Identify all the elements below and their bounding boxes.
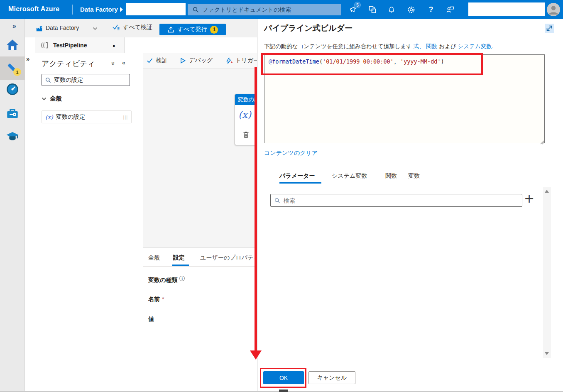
prop-tab-user-properties[interactable]: ユーザーのプロパティ — [200, 254, 257, 262]
info-icon[interactable]: i — [179, 276, 185, 281]
tab-bar-underline — [125, 53, 257, 53]
topbar-divider — [72, 5, 73, 15]
settings-gear-icon[interactable] — [406, 5, 416, 14]
expression-paren-close: ) — [441, 58, 444, 65]
tab-testpipeline[interactable]: TestPipeline ● — [35, 37, 125, 53]
activities-search-box[interactable] — [42, 74, 130, 86]
and-text: および — [439, 43, 456, 49]
field-variable-type: 変数の種類 i — [148, 277, 185, 284]
value-label: 値 — [148, 316, 154, 323]
graduation-cap-icon — [5, 130, 20, 144]
validate-all-button[interactable]: すべて検証 — [112, 23, 152, 31]
builder-tabs-divider — [262, 187, 544, 187]
pipeline-icon — [41, 42, 49, 49]
pipeline-canvas[interactable]: 検証 デバッグ トリガー 変数の設定 (x) — [143, 53, 257, 247]
sidebar-item-author-selected[interactable] — [0, 56, 25, 80]
expression-string1: '01/01/1999 00:00:00' — [323, 58, 394, 65]
studio-left-nav: » 1 — [0, 19, 25, 392]
expression-at: @ — [269, 58, 272, 65]
chevron-down-icon[interactable] — [93, 27, 98, 30]
publish-count-badge: 1 — [210, 26, 218, 34]
set-variable-node[interactable]: 変数の設定 (x) — [235, 94, 257, 145]
sidebar-item-monitor[interactable] — [0, 82, 25, 96]
publish-all-label: すべて発行 — [178, 26, 207, 33]
topbar-product-name[interactable]: Data Factory — [80, 6, 118, 13]
add-trigger-button[interactable]: トリガー — [225, 57, 257, 64]
drag-handle-icon[interactable]: ||| — [123, 115, 128, 120]
activities-section-label: 全般 — [50, 95, 62, 103]
properties-divider — [143, 266, 257, 267]
builder-search-box[interactable] — [270, 194, 522, 207]
global-search-box[interactable] — [188, 4, 341, 15]
clear-contents-link[interactable]: コンテンツのクリア — [264, 149, 318, 157]
scroll-down-arrow-icon[interactable] — [545, 352, 549, 355]
account-avatar[interactable] — [547, 3, 560, 16]
prop-tab-settings[interactable]: 設定 — [173, 254, 185, 262]
debug-label: デバッグ — [189, 57, 213, 64]
activities-search-input[interactable] — [54, 77, 122, 83]
unsaved-changes-dot: ● — [113, 43, 115, 48]
switch-directory-icon[interactable] — [368, 5, 377, 14]
variable-type-label: 変数の種類 — [148, 277, 177, 284]
selected-tab-underline — [172, 265, 189, 266]
publish-all-button[interactable]: すべて発行 1 — [159, 24, 226, 35]
node-header: 変数の設定 — [235, 94, 257, 105]
sidebar-item-learning-center[interactable] — [0, 130, 25, 144]
factory-menu-label[interactable]: Data Factory — [46, 24, 79, 31]
collapse-sections-icon[interactable]: » — [110, 62, 117, 65]
set-variable-node-icon: (x) — [238, 109, 251, 120]
builder-search-input[interactable] — [284, 197, 508, 204]
set-variable-icon: (x) — [45, 114, 53, 120]
activity-set-variable-item[interactable]: (x) 変数の設定 ||| — [42, 110, 132, 123]
activities-section-general[interactable]: 全般 — [42, 95, 62, 103]
feedback-icon[interactable] — [446, 5, 455, 14]
breadcrumb-arrow-icon — [120, 7, 123, 12]
builder-scrollbar[interactable] — [543, 187, 551, 358]
add-parameter-plus-icon[interactable]: + — [524, 192, 534, 205]
builder-tab-system-variables[interactable]: システム変数 — [332, 172, 367, 180]
builder-tab-parameters[interactable]: パラメーター — [279, 172, 315, 180]
expression-paren-open: ( — [319, 58, 323, 65]
check-icon — [147, 58, 153, 64]
global-search-input[interactable] — [202, 6, 335, 13]
cancel-button[interactable]: キャンセル — [308, 371, 355, 384]
gauge-monitor-icon — [5, 82, 20, 96]
scroll-up-arrow-icon[interactable] — [545, 190, 549, 193]
delete-node-trash-icon[interactable] — [242, 131, 250, 140]
resize-handle-icon[interactable] — [540, 139, 544, 146]
trigger-label: トリガー — [235, 57, 257, 64]
builder-tab-variables[interactable]: 変数 — [408, 172, 420, 180]
notifications-bell-icon[interactable] — [387, 5, 396, 14]
description-text: 下記の動的なコンテンツを任意に組み合わせて追加します — [264, 43, 412, 49]
prop-tab-general[interactable]: 全般 — [148, 254, 160, 262]
notification-count-badge: 5 — [354, 2, 361, 8]
collapse-panel-icon[interactable]: « — [122, 59, 125, 66]
search-icon — [193, 7, 199, 13]
sidebar-item-manage[interactable] — [0, 106, 25, 120]
system-variables-link[interactable]: システム変数. — [458, 43, 494, 49]
azure-brand[interactable]: Microsoft Azure — [8, 5, 59, 13]
expression-string2: 'yyyy-MM-dd' — [400, 58, 441, 65]
factory-resources-expand-icon[interactable]: » — [26, 55, 29, 62]
builder-footer-divider — [257, 364, 563, 364]
expression-link[interactable]: 式、 — [414, 43, 425, 49]
help-question-icon[interactable]: ? — [426, 5, 436, 14]
debug-button[interactable]: デバッグ — [180, 57, 213, 64]
expression-function: formatDateTime — [272, 58, 319, 65]
expression-editor[interactable]: @formatDateTime('01/01/1999 00:00:00', '… — [264, 54, 545, 143]
redacted-factory-name — [126, 3, 186, 15]
azure-top-bar: Microsoft Azure Data Factory 5 ? — [0, 0, 563, 19]
builder-tab-functions[interactable]: 関数 — [385, 172, 397, 180]
required-asterisk: * — [162, 296, 164, 302]
sidebar-item-home[interactable] — [0, 38, 25, 51]
expand-panel-icon[interactable] — [545, 24, 554, 33]
field-name: 名前 * — [148, 296, 164, 303]
validate-button[interactable]: 検証 — [147, 57, 168, 64]
sidebar-expand-icon[interactable]: » — [12, 22, 16, 30]
ok-button[interactable]: OK — [263, 371, 304, 384]
functions-link[interactable]: 関数 — [426, 43, 438, 49]
redacted-account-info — [468, 2, 545, 16]
field-value: 値 — [148, 316, 154, 323]
play-icon — [180, 57, 186, 64]
validate-all-icon — [112, 23, 120, 31]
